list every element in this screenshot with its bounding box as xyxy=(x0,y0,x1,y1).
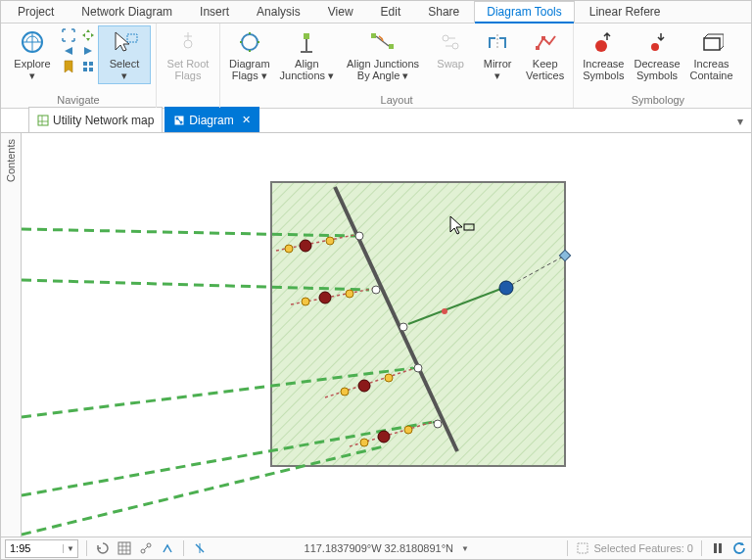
svg-point-56 xyxy=(378,431,390,443)
tab-linear-ref[interactable]: Linear Refere xyxy=(577,1,674,23)
svg-rect-77 xyxy=(719,543,722,553)
coordinates-label: 117.1837909°W 32.8180891°N xyxy=(305,542,454,554)
scale-input[interactable] xyxy=(6,541,63,555)
selection-icon xyxy=(576,541,589,555)
contents-panel-collapsed[interactable]: Contents xyxy=(1,133,22,537)
mirror-button[interactable]: Mirror ▾ xyxy=(474,25,521,84)
increase-container-button[interactable]: Increas Containe xyxy=(685,25,738,84)
tab-insert[interactable]: Insert xyxy=(187,1,242,23)
svg-point-49 xyxy=(372,286,380,294)
tab-analysis[interactable]: Analysis xyxy=(244,1,313,23)
next-extent-icon[interactable] xyxy=(80,43,96,59)
zoom-full-icon[interactable] xyxy=(61,27,76,43)
decrease-symbols-icon xyxy=(645,28,669,56)
doc-tab-map-label: Utility Network map xyxy=(53,114,154,127)
svg-rect-76 xyxy=(714,543,717,553)
home-icon[interactable] xyxy=(80,59,96,74)
swap-button: Swap xyxy=(427,25,474,72)
pause-icon[interactable] xyxy=(710,540,726,556)
flag-icon xyxy=(176,28,200,56)
tab-share[interactable]: Share xyxy=(415,1,472,23)
svg-rect-69 xyxy=(118,542,130,554)
align-by-angle-button[interactable]: Align Junctions By Angle ▾ xyxy=(339,25,427,84)
svg-point-21 xyxy=(595,40,607,52)
grid-icon[interactable] xyxy=(117,540,132,556)
tab-menu-icon[interactable]: ▾ xyxy=(729,111,751,132)
snap2-icon[interactable] xyxy=(192,540,208,556)
tab-project[interactable]: Project xyxy=(5,1,67,23)
svg-point-63 xyxy=(385,374,393,382)
scale-combo[interactable]: ▼ xyxy=(5,539,78,558)
svg-point-54 xyxy=(319,292,331,303)
mirror-label: Mirror ▾ xyxy=(484,58,512,81)
coords-menu-icon[interactable]: ▼ xyxy=(461,544,469,553)
doc-tab-map[interactable]: Utility Network map xyxy=(28,107,163,132)
svg-rect-23 xyxy=(704,38,720,50)
svg-rect-19 xyxy=(536,46,540,50)
svg-point-22 xyxy=(651,43,659,51)
increase-symbols-button[interactable]: Increase Symbols xyxy=(578,25,629,84)
status-bar: ▼ 117.1837909°W 32.8180891°N ▼ Selected … xyxy=(1,537,751,559)
select-button[interactable]: Select ▾ xyxy=(98,25,151,84)
tab-edit[interactable]: Edit xyxy=(368,1,414,23)
tab-diagram-tools[interactable]: Diagram Tools xyxy=(474,1,574,23)
set-root-flags-label: Set Root Flags xyxy=(167,58,210,81)
increase-container-label: Increas Containe xyxy=(690,58,733,81)
diagram-flags-icon xyxy=(238,28,261,56)
explore-icon xyxy=(19,28,46,56)
diagram-flags-label: Diagram Flags ▾ xyxy=(229,58,270,81)
decrease-symbols-button[interactable]: Decrease Symbols xyxy=(629,25,684,84)
svg-point-61 xyxy=(346,290,353,298)
chevron-down-icon[interactable]: ▼ xyxy=(63,544,77,553)
swap-icon xyxy=(439,28,462,56)
svg-rect-75 xyxy=(578,543,588,553)
tab-network-diagram[interactable]: Network Diagram xyxy=(69,1,185,23)
svg-rect-31 xyxy=(271,182,565,466)
svg-line-72 xyxy=(144,546,148,550)
svg-point-50 xyxy=(400,323,407,331)
align-angle-label: Align Junctions By Angle ▾ xyxy=(347,58,419,81)
select-icon xyxy=(110,28,139,56)
group-navigate-label: Navigate xyxy=(5,92,152,107)
svg-point-16 xyxy=(443,35,448,41)
svg-rect-3 xyxy=(83,68,87,71)
svg-rect-13 xyxy=(371,33,376,38)
selected-features-label: Selected Features: 0 xyxy=(593,542,693,554)
group-layout-label: Layout xyxy=(224,92,569,107)
nav-arrows-icon[interactable] xyxy=(80,27,96,43)
align-junctions-label: Align Junctions ▾ xyxy=(280,58,335,81)
decrease-symbols-label: Decrease Symbols xyxy=(634,58,680,81)
doc-tab-diagram-label: Diagram xyxy=(189,114,233,127)
bookmark-icon[interactable] xyxy=(61,59,76,74)
svg-rect-10 xyxy=(304,33,309,39)
snap-icon[interactable] xyxy=(138,540,154,556)
dyn-con-icon[interactable] xyxy=(160,540,175,556)
doc-tab-diagram[interactable]: Diagram ✕ xyxy=(164,107,258,132)
svg-point-57 xyxy=(442,308,447,314)
refresh-icon[interactable] xyxy=(731,540,747,556)
swap-label: Swap xyxy=(437,58,464,70)
svg-point-59 xyxy=(326,237,334,245)
svg-rect-14 xyxy=(389,44,394,49)
tab-view[interactable]: View xyxy=(315,1,366,23)
set-root-flags-button: Set Root Flags xyxy=(163,25,214,84)
explore-label: Explore ▾ xyxy=(14,58,50,81)
svg-rect-20 xyxy=(541,36,545,40)
close-icon[interactable]: ✕ xyxy=(242,114,251,126)
svg-point-48 xyxy=(355,232,363,240)
keep-vertices-button[interactable]: Keep Vertices xyxy=(521,25,569,84)
diagram-flags-button[interactable]: Diagram Flags ▾ xyxy=(224,25,275,84)
ribbon-tabstrip: Project Network Diagram Insert Analysis … xyxy=(1,1,751,23)
align-junctions-button[interactable]: Align Junctions ▾ xyxy=(275,25,340,84)
svg-rect-5 xyxy=(127,34,137,42)
prev-extent-icon[interactable] xyxy=(61,43,76,59)
explore-button[interactable]: Explore ▾ xyxy=(6,25,59,84)
map-canvas[interactable] xyxy=(22,133,751,537)
contents-panel-label: Contents xyxy=(5,139,17,182)
increase-symbols-icon xyxy=(591,28,615,56)
svg-line-36 xyxy=(22,446,384,535)
rotate-icon[interactable] xyxy=(95,540,111,556)
svg-point-58 xyxy=(285,245,293,253)
align-junctions-icon xyxy=(295,28,318,56)
svg-rect-1 xyxy=(83,62,87,66)
